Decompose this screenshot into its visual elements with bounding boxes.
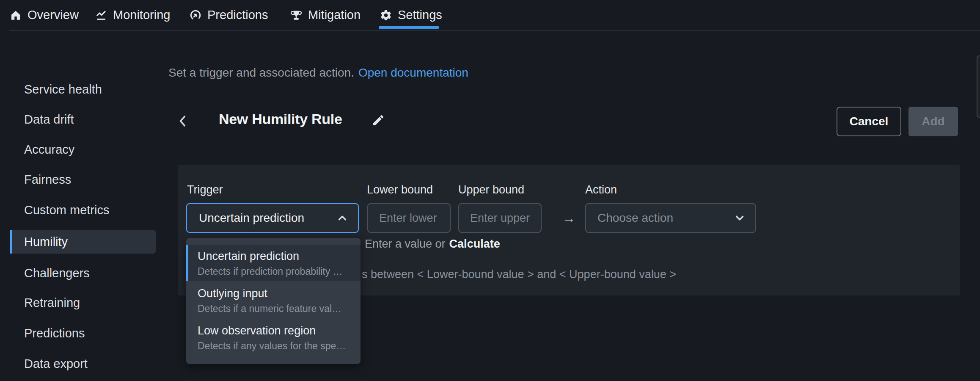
settings-sidebar: Service health Data drift Accuracy Fairn… xyxy=(0,30,161,381)
option-description: Detects if a numeric feature val… xyxy=(198,303,341,315)
option-title: Low observation region xyxy=(198,324,316,337)
cancel-button[interactable]: Cancel xyxy=(837,107,901,136)
nav-tab-label: Monitoring xyxy=(113,8,170,22)
sidebar-item-data-drift[interactable]: Data drift xyxy=(0,109,156,130)
chevron-left-icon xyxy=(178,114,187,128)
top-nav: Overview Monitoring Predictions Mitigati… xyxy=(0,0,980,30)
pencil-icon xyxy=(372,113,385,127)
monitoring-chart-icon xyxy=(95,9,107,22)
lower-bound-input[interactable] xyxy=(367,203,451,233)
vertical-scrollbar-thumb[interactable] xyxy=(977,55,980,118)
option-title: Outlying input xyxy=(198,287,267,300)
sidebar-item-accuracy[interactable]: Accuracy xyxy=(0,139,156,160)
dropdown-option-outlying-input[interactable]: Outlying input Detects if a numeric feat… xyxy=(186,282,361,319)
upper-bound-input[interactable] xyxy=(458,203,542,233)
sidebar-item-custom-metrics[interactable]: Custom metrics xyxy=(0,199,156,221)
dropdown-option-low-observation-region[interactable]: Low observation region Detects if any va… xyxy=(186,319,361,356)
trigger-label: Trigger xyxy=(187,183,223,196)
open-documentation-link[interactable]: Open documentation xyxy=(358,66,468,79)
chevron-down-icon xyxy=(733,212,746,224)
bound-helper-text: Enter a value orCalculate xyxy=(365,237,500,251)
nav-tab-mitigation[interactable]: Mitigation xyxy=(290,0,361,30)
home-icon xyxy=(9,9,22,22)
trigger-dropdown-menu: Uncertain prediction Detects if predicti… xyxy=(186,238,361,364)
nav-tab-settings[interactable]: Settings xyxy=(380,0,442,30)
nav-tab-overview[interactable]: Overview xyxy=(9,0,79,30)
page-title: New Humility Rule xyxy=(219,111,342,127)
nav-tab-label: Settings xyxy=(398,8,442,22)
trigger-select-value: Uncertain prediction xyxy=(187,211,336,225)
nav-tab-label: Predictions xyxy=(207,8,268,22)
selected-option-indicator xyxy=(186,245,188,281)
active-tab-underline xyxy=(379,26,439,29)
trigger-select[interactable]: Uncertain prediction xyxy=(186,203,359,233)
add-button[interactable]: Add xyxy=(908,107,958,136)
edit-title-button[interactable] xyxy=(372,113,385,127)
sidebar-item-service-health[interactable]: Service health xyxy=(0,79,156,100)
gear-icon xyxy=(380,9,392,22)
nav-tab-monitoring[interactable]: Monitoring xyxy=(95,0,170,30)
rule-summary-text: s between < Lower-bound value > and < Up… xyxy=(362,268,676,281)
page-description: Set a trigger and associated action.Open… xyxy=(168,66,468,80)
action-select-placeholder: Choose action xyxy=(586,211,733,225)
option-description: Detects if prediction probability … xyxy=(198,266,343,277)
chevron-up-icon xyxy=(336,212,349,224)
sidebar-selected-indicator xyxy=(10,230,12,254)
upper-bound-label: Upper bound xyxy=(458,183,524,196)
option-description: Detects if any values for the spe… xyxy=(198,340,346,352)
sidebar-item-retraining[interactable]: Retraining xyxy=(0,292,156,313)
sidebar-item-data-export[interactable]: Data export xyxy=(0,353,156,374)
lower-bound-label: Lower bound xyxy=(367,183,433,196)
trophy-icon xyxy=(290,9,303,22)
nav-tab-predictions[interactable]: Predictions xyxy=(189,0,268,30)
sidebar-item-predictions[interactable]: Predictions xyxy=(0,323,156,344)
arrow-right-icon: → xyxy=(557,203,581,233)
nav-tab-label: Overview xyxy=(28,8,79,22)
sidebar-item-fairness[interactable]: Fairness xyxy=(0,169,156,190)
predictions-target-icon xyxy=(189,9,202,22)
calculate-link[interactable]: Calculate xyxy=(449,237,500,250)
sidebar-item-humility[interactable]: Humility xyxy=(10,230,156,254)
back-button[interactable] xyxy=(178,113,191,130)
dropdown-option-uncertain-prediction[interactable]: Uncertain prediction Detects if predicti… xyxy=(186,245,361,281)
nav-tab-label: Mitigation xyxy=(308,8,361,22)
action-select[interactable]: Choose action xyxy=(585,203,756,233)
action-label: Action xyxy=(585,183,617,196)
option-title: Uncertain prediction xyxy=(198,250,299,263)
sidebar-item-challengers[interactable]: Challengers xyxy=(0,262,156,284)
